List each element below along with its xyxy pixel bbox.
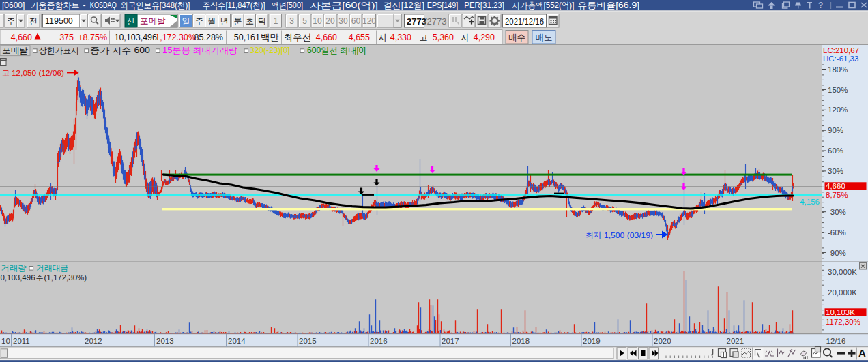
- svg-text:시: 시: [379, 33, 387, 42]
- svg-text:2021/12/16: 2021/12/16: [505, 17, 544, 27]
- svg-text:4,290: 4,290: [474, 33, 495, 42]
- svg-text:2016: 2016: [370, 337, 388, 345]
- svg-text:매수: 매수: [508, 33, 525, 42]
- svg-text:?: ?: [818, 1, 823, 10]
- svg-text:90%: 90%: [828, 126, 843, 134]
- svg-text:2012: 2012: [85, 337, 102, 345]
- svg-text:년: 년: [220, 16, 229, 26]
- svg-text:320(-23)[0]: 320(-23)[0]: [250, 46, 290, 55]
- svg-text:월: 월: [207, 16, 216, 26]
- svg-text:키움종합차트: 키움종합차트: [31, 1, 80, 10]
- svg-text:2020: 2020: [654, 337, 671, 345]
- svg-text:HC:-61,33: HC:-61,33: [823, 55, 858, 63]
- svg-text:+8.75%: +8.75%: [78, 33, 107, 42]
- svg-text:10: 10: [313, 16, 322, 26]
- svg-text:10: 10: [1, 337, 10, 345]
- svg-text:종가 지수 600: 종가 지수 600: [90, 46, 150, 55]
- svg-text:4,330: 4,330: [390, 33, 411, 42]
- svg-text:틱: 틱: [258, 16, 266, 26]
- svg-text:고: 고: [420, 33, 428, 42]
- svg-text:10,103K: 10,103K: [826, 308, 855, 316]
- svg-text:30: 30: [338, 16, 348, 26]
- svg-text:2013: 2013: [156, 337, 174, 345]
- svg-text:180%: 180%: [828, 65, 848, 74]
- svg-text:신: 신: [127, 16, 135, 26]
- svg-text:2021: 2021: [727, 337, 744, 345]
- svg-text:-90%: -90%: [828, 249, 846, 257]
- svg-text:결산[12월]: 결산[12월]: [384, 1, 424, 10]
- svg-text:60%: 60%: [828, 147, 843, 155]
- svg-text:외국인보유[348(천)]: 외국인보유[348(천)]: [120, 1, 190, 10]
- svg-text:매도: 매도: [536, 33, 553, 42]
- svg-text:60: 60: [351, 16, 361, 26]
- svg-text:백만: 백만: [261, 33, 279, 42]
- svg-text:375: 375: [59, 33, 74, 42]
- svg-text:LC:210,67: LC:210,67: [823, 46, 859, 55]
- svg-text:2017: 2017: [442, 337, 459, 345]
- svg-text:85.28%: 85.28%: [194, 33, 223, 42]
- svg-text:10,103,496: 10,103,496: [0, 273, 35, 282]
- svg-text:유통비율[66.9]: 유통비율[66.9]: [577, 1, 639, 10]
- svg-text:30%: 30%: [828, 167, 843, 175]
- svg-text:자본금[60(억)]: 자본금[60(억)]: [310, 1, 378, 10]
- svg-text:4,655: 4,655: [349, 33, 370, 42]
- svg-text:8,75%: 8,75%: [826, 191, 848, 199]
- svg-text:고: 고: [2, 69, 10, 77]
- svg-text:거래대금: 거래대금: [36, 263, 68, 273]
- svg-text:분: 분: [234, 16, 242, 26]
- svg-text:20,000K: 20,000K: [828, 288, 857, 297]
- svg-text:4,660: 4,660: [316, 33, 337, 42]
- svg-text:5,360: 5,360: [433, 33, 454, 42]
- svg-text:1: 1: [274, 16, 278, 26]
- svg-text:1172,30%: 1172,30%: [826, 318, 860, 326]
- svg-text:2018: 2018: [512, 337, 530, 345]
- svg-text:최저: 최저: [585, 231, 601, 239]
- svg-text:/2773: /2773: [424, 16, 447, 27]
- svg-text:전: 전: [29, 16, 38, 26]
- svg-text:주: 주: [7, 16, 15, 26]
- svg-text:4,156: 4,156: [800, 198, 820, 206]
- svg-text:150%: 150%: [828, 86, 848, 94]
- svg-text:4,660: 4,660: [826, 182, 845, 190]
- svg-text:120%: 120%: [828, 106, 848, 114]
- svg-text:(1,172,30%): (1,172,30%): [44, 273, 87, 282]
- svg-text:15분봉 최대거래량: 15분봉 최대거래량: [162, 46, 237, 55]
- svg-text:저: 저: [461, 33, 469, 42]
- svg-text:KOSDAQ: KOSDAQ: [90, 1, 117, 10]
- svg-text:A: A: [858, 347, 866, 359]
- svg-text:시가총액[552(억)]: 시가총액[552(억)]: [512, 1, 574, 10]
- svg-text:1,172.30%: 1,172.30%: [155, 33, 196, 42]
- svg-text:4,660: 4,660: [11, 33, 32, 42]
- svg-text:거래량: 거래량: [1, 263, 27, 273]
- svg-text:2014: 2014: [228, 337, 246, 345]
- svg-text:5: 5: [302, 16, 307, 26]
- svg-text:-30%: -30%: [828, 208, 846, 216]
- svg-text:-60%: -60%: [828, 228, 846, 237]
- svg-text:주식수[11,847(천)]: 주식수[11,847(천)]: [203, 1, 265, 10]
- svg-text:초: 초: [246, 16, 254, 26]
- svg-text:[0600]: [0600]: [2, 1, 25, 10]
- svg-text:포메탈: 포메탈: [2, 46, 28, 55]
- svg-text:1,500 (03/19): 1,500 (03/19): [604, 231, 653, 239]
- svg-text:50,161: 50,161: [234, 33, 260, 42]
- svg-text:PER[31.23]: PER[31.23]: [464, 1, 504, 10]
- svg-text:10,103,496: 10,103,496: [114, 33, 157, 42]
- svg-text:12/16: 12/16: [826, 337, 846, 345]
- svg-text:2011: 2011: [13, 337, 30, 345]
- svg-text:119500: 119500: [45, 16, 73, 26]
- svg-text:120: 120: [362, 16, 376, 26]
- svg-text:3: 3: [289, 16, 294, 26]
- svg-text:상한가표시: 상한가표시: [39, 46, 79, 55]
- svg-text:2773: 2773: [407, 16, 426, 27]
- svg-text:액면[500]: 액면[500]: [272, 1, 303, 10]
- svg-text:주: 주: [36, 273, 44, 282]
- svg-text:최우선: 최우선: [284, 33, 311, 42]
- svg-text:포메탈: 포메탈: [140, 16, 166, 26]
- svg-text:600일선 최대[0]: 600일선 최대[0]: [307, 46, 366, 55]
- svg-text:주: 주: [195, 16, 203, 26]
- svg-text:20: 20: [326, 16, 335, 26]
- svg-text:EPS[149]: EPS[149]: [427, 1, 458, 10]
- svg-text:30,000K: 30,000K: [828, 268, 857, 276]
- svg-text:12,050 (12/06): 12,050 (12/06): [12, 69, 64, 77]
- svg-text:2015: 2015: [299, 337, 317, 345]
